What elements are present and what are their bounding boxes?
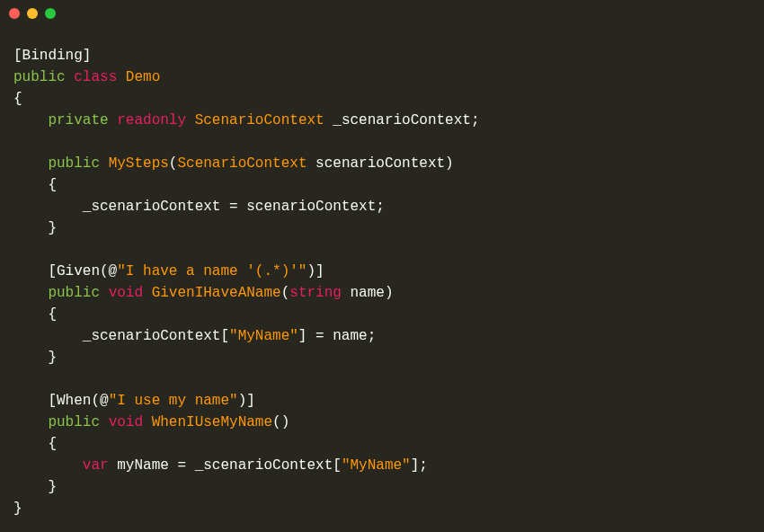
code-line: public void WhenIUseMyName() xyxy=(13,412,751,433)
code-line: var myName = _scenarioContext["MyName"]; xyxy=(13,455,751,476)
code-line: { xyxy=(13,433,751,455)
code-line: { xyxy=(13,174,751,196)
code-line: } xyxy=(13,498,751,519)
code-line: } xyxy=(13,217,751,239)
code-line: [Given(@"I have a name '(.*)'")] xyxy=(13,261,751,282)
code-line: } xyxy=(13,476,751,498)
code-line: { xyxy=(13,304,751,325)
code-line: _scenarioContext["MyName"] = name; xyxy=(13,325,751,347)
code-line: [When(@"I use my name")] xyxy=(13,390,751,412)
code-line: } xyxy=(13,347,751,368)
code-editor[interactable]: [Binding] public class Demo { private re… xyxy=(0,27,764,532)
code-line: public class Demo xyxy=(13,66,751,88)
close-icon[interactable] xyxy=(9,8,20,19)
code-line: [Binding] xyxy=(13,45,751,66)
maximize-icon[interactable] xyxy=(45,8,56,19)
code-line: private readonly ScenarioContext _scenar… xyxy=(13,110,751,131)
code-line: public MySteps(ScenarioContext scenarioC… xyxy=(13,153,751,174)
code-line xyxy=(13,239,751,261)
minimize-icon[interactable] xyxy=(27,8,38,19)
code-line xyxy=(13,131,751,153)
window-titlebar xyxy=(0,0,764,27)
code-line: public void GivenIHaveAName(string name) xyxy=(13,282,751,304)
code-line xyxy=(13,368,751,390)
code-line: { xyxy=(13,88,751,110)
code-line: _scenarioContext = scenarioContext; xyxy=(13,196,751,217)
